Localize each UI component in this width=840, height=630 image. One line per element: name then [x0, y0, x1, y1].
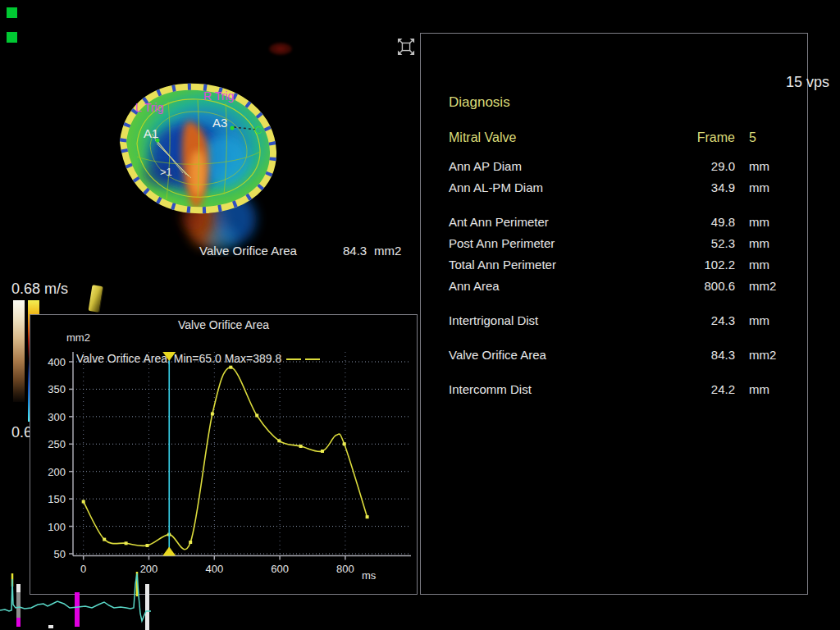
ecg-marker-bar	[75, 592, 80, 627]
measurement-unit: mm	[749, 180, 769, 194]
ecg-marker-bar	[16, 592, 21, 618]
measurement-value: 52.3	[711, 236, 735, 250]
measurement-row: Valve Orifice Area84.3mm2	[421, 345, 807, 367]
measurement-value: 29.0	[711, 159, 735, 173]
section-row: Mitral Valve Frame 5	[421, 128, 807, 149]
frame-value: 5	[749, 130, 756, 145]
row-spacer	[421, 332, 807, 345]
frame-label: Frame	[697, 130, 735, 145]
svg-text:400: 400	[205, 563, 223, 575]
valve-label: >1	[160, 166, 172, 178]
measurement-row: Ann AL-PM Diam34.9mm	[421, 178, 807, 199]
measurement-unit: mm	[749, 258, 769, 272]
measurement-row: Ant Ann Perimeter49.8mm	[421, 212, 807, 234]
valve-label: A3	[212, 116, 227, 130]
measurement-value: 34.9	[711, 180, 735, 194]
ecg-marker-bar	[145, 584, 149, 630]
measurement-label: Ant Ann Perimeter	[449, 215, 549, 229]
measurement-row: Ann Area800.6mm2	[421, 276, 807, 298]
measurement-label: Post Ann Perimeter	[449, 236, 555, 250]
measurement-list: Ann AP Diam29.0mmAnn AL-PM Diam34.9mmAnt…	[421, 157, 807, 401]
measurement-unit: mm	[749, 382, 769, 396]
valve-3d-render[interactable]: L TrigR TrigA1A3>1C	[111, 78, 285, 257]
valve-label: R Trig	[203, 89, 234, 103]
row-spacer	[421, 367, 807, 380]
measurement-value: 102.2	[704, 258, 735, 272]
measurement-label: Ann AP Diam	[449, 159, 522, 173]
chart-panel: Valve Orifice Area mm2 Valve Orifice Are…	[30, 314, 418, 595]
measurement-row: Ann AP Diam29.0mm	[421, 157, 807, 178]
measurement-value: 800.6	[704, 279, 735, 293]
measurement-value: 49.8	[711, 215, 735, 229]
ecg-marker-bar	[16, 584, 21, 592]
svg-text:250: 250	[48, 438, 66, 450]
measurement-unit: mm	[749, 215, 769, 229]
status-square-2	[7, 32, 17, 43]
3d-probe-icon[interactable]	[89, 285, 103, 313]
svg-text:400: 400	[48, 356, 66, 368]
measurement-label: Intertrigonal Dist	[449, 313, 538, 327]
orifice-summary-value: 84.3	[343, 244, 367, 258]
panel-title: Diagnosis	[449, 94, 510, 111]
diagnosis-panel: Diagnosis Mitral Valve Frame 5 Ann AP Di…	[420, 33, 808, 595]
landmark-dot	[156, 139, 160, 143]
orifice-summary-unit: mm2	[374, 244, 401, 258]
measurement-value: 84.3	[711, 348, 735, 362]
status-square-1	[7, 7, 17, 18]
row-spacer	[421, 199, 807, 212]
valve-label: A1	[144, 126, 158, 140]
measurement-unit: mm	[749, 159, 769, 173]
orifice-area-curve	[84, 368, 368, 550]
measurement-value: 24.3	[711, 313, 735, 327]
tissue-colormap	[13, 300, 25, 402]
ecg-strip	[0, 566, 164, 630]
svg-text:350: 350	[48, 383, 66, 395]
svg-text:200: 200	[48, 466, 66, 478]
render-artifact	[269, 43, 292, 55]
frame-rate-label: 15 vps	[786, 74, 829, 91]
chart-axes: 400 350 300 250 200 150 100 50 0 200 400…	[48, 352, 411, 575]
orifice-area-plot[interactable]: 400 350 300 250 200 150 100 50 0 200 400…	[30, 315, 417, 594]
valve-label: L Trig	[135, 101, 164, 114]
measurement-unit: mm2	[749, 279, 776, 293]
row-spacer	[421, 298, 807, 311]
landmark-dot	[231, 126, 235, 130]
svg-text:150: 150	[48, 493, 66, 505]
measurement-label: Intercomm Dist	[449, 382, 532, 396]
measurement-label: Ann Area	[449, 279, 500, 293]
measurement-value: 24.2	[711, 382, 735, 396]
svg-text:600: 600	[271, 563, 289, 575]
valve-label: C	[254, 124, 262, 136]
ecg-marker-bar	[48, 625, 53, 628]
orifice-summary-label: Valve Orifice Area	[199, 244, 297, 258]
data-markers	[82, 366, 369, 547]
measurement-label: Ann AL-PM Diam	[449, 180, 543, 194]
measurement-label: Total Ann Perimeter	[449, 258, 556, 272]
measurement-unit: mm2	[749, 348, 776, 362]
svg-text:50: 50	[54, 548, 66, 560]
svg-text:300: 300	[48, 411, 66, 423]
velocity-scale-top-label: 0.68 m/s	[11, 281, 68, 298]
expand-icon[interactable]	[397, 38, 415, 56]
measurement-row: Intertrigonal Dist24.3mm	[421, 311, 807, 332]
frame-cursor[interactable]	[162, 352, 176, 556]
measurement-label: Valve Orifice Area	[449, 348, 546, 362]
measurement-row: Total Ann Perimeter102.2mm	[421, 255, 807, 276]
measurement-unit: mm	[749, 236, 769, 250]
svg-text:100: 100	[48, 521, 66, 533]
measurement-row: Intercomm Dist24.2mm	[421, 380, 807, 401]
measurement-unit: mm	[749, 313, 769, 327]
svg-text:800: 800	[336, 563, 354, 575]
section-title: Mitral Valve	[449, 130, 516, 145]
measurement-row: Post Ann Perimeter52.3mm	[421, 234, 807, 255]
ecg-marker-bar	[16, 618, 21, 627]
app-screen: L TrigR TrigA1A3>1C	[0, 0, 840, 630]
